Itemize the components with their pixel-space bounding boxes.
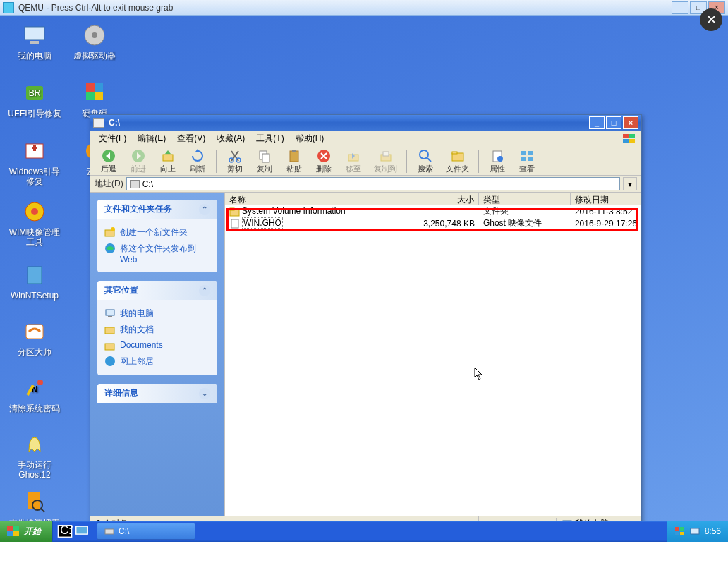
overlay-close-button[interactable]: ✕ bbox=[700, 8, 722, 31]
desktop-icon-ghost12[interactable]: 手动运行Ghost12 bbox=[7, 432, 62, 480]
place-documents[interactable]: Documents bbox=[104, 338, 210, 353]
menu-favorites[interactable]: 收藏(A) bbox=[211, 131, 250, 146]
cut-button[interactable]: 剪切 bbox=[221, 147, 249, 176]
folder-icon bbox=[104, 340, 116, 351]
properties-button[interactable]: 属性 bbox=[483, 147, 511, 176]
file-row-svi[interactable]: System Volume Information 文件夹 2016-11-3 … bbox=[225, 205, 641, 217]
svg-rect-54 bbox=[105, 344, 114, 350]
svg-rect-24 bbox=[623, 139, 629, 143]
tray-icon-1[interactable] bbox=[674, 526, 685, 537]
refresh-button[interactable]: 刷新 bbox=[183, 147, 212, 176]
qemu-minimize-button[interactable]: _ bbox=[672, 1, 688, 14]
svg-rect-45 bbox=[528, 151, 533, 155]
address-dropdown-button[interactable]: ▾ bbox=[623, 177, 637, 190]
svg-rect-7 bbox=[95, 83, 103, 92]
column-size[interactable]: 大小 bbox=[415, 193, 479, 205]
chevron-up-icon: ⌃ bbox=[199, 204, 210, 215]
desktop-icon-windows-boot-repair[interactable]: Widnows引导修复 bbox=[7, 138, 62, 187]
desktop-icon-winntsetup[interactable]: WinNTSetup bbox=[7, 262, 62, 301]
explorer-titlebar[interactable]: C:\ _ □ × bbox=[90, 115, 641, 131]
svg-rect-22 bbox=[623, 134, 629, 138]
tasks-panel-header[interactable]: 文件和文件夹任务⌃ bbox=[97, 200, 217, 219]
svg-rect-40 bbox=[452, 153, 463, 161]
start-button[interactable]: 开始 bbox=[0, 521, 53, 542]
svg-rect-70 bbox=[675, 532, 679, 535]
back-button[interactable]: 后退 bbox=[95, 147, 123, 176]
move-to-button[interactable]: 移至 bbox=[339, 147, 368, 176]
search-button[interactable]: 搜索 bbox=[411, 147, 439, 176]
maximize-button[interactable]: □ bbox=[606, 116, 621, 129]
close-button[interactable]: × bbox=[623, 116, 638, 129]
details-panel-header[interactable]: 详细信息⌄ bbox=[97, 384, 217, 403]
qemu-icon bbox=[3, 2, 14, 13]
svg-rect-53 bbox=[105, 327, 114, 334]
svg-rect-0 bbox=[25, 27, 44, 40]
folder-icon bbox=[229, 207, 241, 217]
place-network[interactable]: 网上邻居 bbox=[104, 353, 210, 370]
task-publish-web[interactable]: 将这个文件夹发布到 Web bbox=[104, 241, 210, 267]
file-row-wingho[interactable]: WIN.GHO 3,250,748 KB Ghost 映像文件 2016-9-2… bbox=[225, 217, 641, 229]
svg-rect-57 bbox=[230, 208, 234, 210]
task-new-folder[interactable]: 创建一个新文件夹 bbox=[104, 224, 210, 241]
folders-button[interactable]: 文件夹 bbox=[441, 147, 474, 176]
ql-desktop-button[interactable] bbox=[74, 523, 90, 539]
separator bbox=[478, 150, 479, 173]
svg-rect-66 bbox=[76, 526, 88, 534]
clock[interactable]: 8:56 bbox=[705, 526, 721, 536]
place-my-computer[interactable]: 我的电脑 bbox=[104, 305, 210, 322]
svg-rect-6 bbox=[86, 83, 95, 92]
file-list: 名称 大小 类型 修改日期 System Volume Information … bbox=[224, 193, 641, 516]
svg-rect-67 bbox=[105, 529, 114, 534]
address-label: 地址(D) bbox=[95, 178, 123, 190]
svg-rect-44 bbox=[521, 151, 526, 155]
desktop-icon-partition-master[interactable]: 分区大师 bbox=[7, 319, 62, 357]
menu-tools[interactable]: 工具(T) bbox=[250, 131, 289, 146]
menu-help[interactable]: 帮助(H) bbox=[290, 131, 330, 146]
taskbar: 开始 C:\ C:\ 8:56 bbox=[0, 521, 728, 542]
svg-point-43 bbox=[497, 156, 503, 162]
column-name[interactable]: 名称 bbox=[225, 193, 415, 205]
tasks-panel: 文件和文件夹任务⌃ 创建一个新文件夹 将这个文件夹发布到 Web bbox=[97, 200, 217, 272]
minimize-button[interactable]: _ bbox=[589, 116, 605, 129]
place-my-documents[interactable]: 我的文档 bbox=[104, 322, 210, 338]
svg-rect-23 bbox=[629, 134, 635, 138]
svg-rect-12 bbox=[33, 145, 36, 151]
desktop-icon-clear-password[interactable]: N清除系统密码 bbox=[7, 375, 62, 413]
tray-icon-2[interactable] bbox=[689, 526, 700, 537]
svg-point-55 bbox=[105, 356, 115, 366]
taskbar-item-explorer[interactable]: C:\ bbox=[97, 523, 195, 540]
svg-point-49 bbox=[111, 227, 115, 231]
desktop[interactable]: 我的电脑 虚拟驱动器 BRUEFI引导修复 硬盘硬 Widnows引导修复 云骑… bbox=[0, 16, 728, 542]
desktop-icon-disk[interactable]: 硬盘硬 bbox=[67, 80, 122, 119]
up-button[interactable]: 向上 bbox=[154, 147, 182, 176]
svg-text:BR: BR bbox=[29, 88, 41, 98]
toolbar: 后退 前进 向上 刷新 剪切 复制 粘贴 删除 移至 复制到 搜索 文件夹 属性… bbox=[90, 147, 641, 176]
address-input[interactable]: C:\ bbox=[126, 177, 620, 190]
column-date[interactable]: 修改日期 bbox=[571, 193, 641, 205]
menu-file[interactable]: 文件(F) bbox=[93, 131, 132, 146]
svg-rect-34 bbox=[292, 150, 296, 152]
menu-edit[interactable]: 编辑(E) bbox=[132, 131, 171, 146]
svg-point-3 bbox=[92, 32, 97, 38]
svg-rect-72 bbox=[691, 528, 699, 534]
svg-rect-9 bbox=[95, 92, 103, 100]
ql-cmd-button[interactable]: C:\ bbox=[57, 523, 73, 539]
views-button[interactable]: 查看 bbox=[513, 147, 541, 176]
new-folder-icon bbox=[104, 226, 116, 238]
copy-to-button[interactable]: 复制到 bbox=[369, 147, 402, 176]
desktop-icon-my-computer[interactable]: 我的电脑 bbox=[7, 23, 62, 61]
column-type[interactable]: 类型 bbox=[479, 193, 571, 205]
paste-button[interactable]: 粘贴 bbox=[280, 147, 308, 176]
svg-rect-1 bbox=[30, 41, 39, 44]
menubar: 文件(F) 编辑(E) 查看(V) 收藏(A) 工具(T) 帮助(H) bbox=[90, 131, 641, 147]
forward-button[interactable]: 前进 bbox=[124, 147, 152, 176]
copy-button[interactable]: 复制 bbox=[250, 147, 279, 176]
desktop-icon-wim-tool[interactable]: WIM映像管理工具 bbox=[7, 199, 62, 248]
places-panel-header[interactable]: 其它位置⌃ bbox=[97, 281, 217, 300]
desktop-icon-uefi-repair[interactable]: BRUEFI引导修复 bbox=[7, 80, 62, 119]
address-bar: 地址(D) C:\ ▾ bbox=[90, 176, 641, 193]
delete-button[interactable]: 删除 bbox=[310, 147, 338, 176]
menu-view[interactable]: 查看(V) bbox=[171, 131, 211, 146]
desktop-icon-virtual-drive[interactable]: 虚拟驱动器 bbox=[67, 23, 122, 61]
file-rows[interactable]: System Volume Information 文件夹 2016-11-3 … bbox=[225, 205, 641, 516]
